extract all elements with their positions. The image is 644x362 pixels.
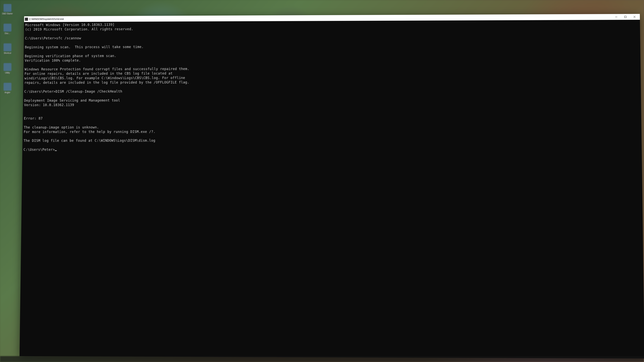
desktop-icon[interactable]: Angler xyxy=(2,83,14,97)
icon-label: D&D Starter xyxy=(2,13,13,15)
terminal-line xyxy=(24,142,640,147)
terminal-line: C:\Users\Peter> xyxy=(24,147,640,152)
maximize-button[interactable] xyxy=(621,14,630,20)
svg-rect-1 xyxy=(624,16,626,18)
cmd-icon xyxy=(25,17,28,21)
icon-label: Disc... xyxy=(5,32,10,34)
desktop-icon[interactable]: Shortcut xyxy=(2,43,14,57)
close-button[interactable] xyxy=(630,14,639,20)
taskbar[interactable] xyxy=(0,356,644,362)
terminal-output[interactable]: Microsoft Windows [Version 10.0.18363.11… xyxy=(20,20,644,359)
app-icon xyxy=(4,83,12,91)
command-prompt-window: C:\WINDOWS\system32\cmd.exe Microsoft Wi… xyxy=(20,14,644,359)
desktop-icon[interactable]: Utility xyxy=(2,63,14,77)
icon-label: Utility xyxy=(5,72,10,74)
icon-label: Angler xyxy=(5,91,10,94)
maximize-icon xyxy=(624,16,626,18)
terminal-cursor xyxy=(55,150,57,151)
desktop-icon[interactable]: D&D Starter xyxy=(2,4,14,18)
app-icon xyxy=(4,24,12,31)
window-controls xyxy=(612,14,639,20)
minimize-button[interactable] xyxy=(612,14,621,20)
window-title: C:\WINDOWS\system32\cmd.exe xyxy=(29,15,612,20)
terminal-line: The DISM log file can be found at C:\WIN… xyxy=(24,138,640,143)
desktop-icons-column: D&D Starter Disc... Shortcut Utility Ang… xyxy=(0,0,18,362)
app-icon xyxy=(4,4,12,12)
close-icon xyxy=(634,16,636,18)
app-icon xyxy=(4,43,12,51)
minimize-icon xyxy=(615,16,617,18)
desktop-icon[interactable]: Disc... xyxy=(2,24,14,37)
app-icon xyxy=(4,63,12,71)
icon-label: Shortcut xyxy=(4,52,11,54)
